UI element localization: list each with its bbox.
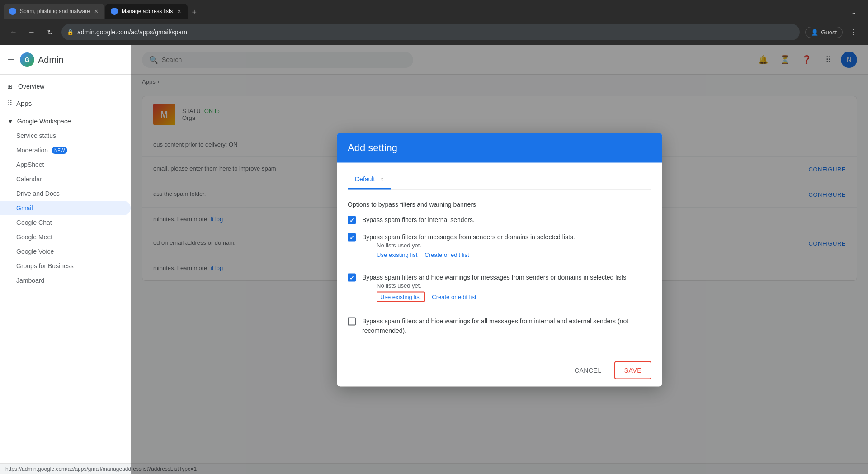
modal-body: Default × Options to bypass filters and … xyxy=(337,163,662,354)
checkbox-4[interactable] xyxy=(348,318,357,327)
checkbox-row-1: ✓ Bypass spam filters for internal sende… xyxy=(348,215,651,225)
checkbox-box-1[interactable]: ✓ xyxy=(348,216,356,224)
address-bar[interactable]: 🔒 admin.google.com/ac/apps/gmail/spam xyxy=(61,24,800,40)
sidebar-item-drive[interactable]: Drive and Docs xyxy=(0,186,131,201)
checkbox-label-1: Bypass spam filters for internal senders… xyxy=(362,215,651,225)
tab-label-spam: Spam, phishing and malware xyxy=(20,8,90,14)
check-icon-2: ✓ xyxy=(349,234,354,241)
checkbox-row-2: ✓ Bypass spam filters for messages from … xyxy=(348,232,651,265)
links-row-2: Use existing list Create or edit list xyxy=(377,292,651,302)
tab-favicon-manage xyxy=(111,8,118,15)
checkbox-box-4[interactable] xyxy=(348,318,356,326)
sidebar-item-calendar[interactable]: Calendar xyxy=(0,172,131,186)
check-icon-1: ✓ xyxy=(349,217,354,223)
sidebar-item-groups[interactable]: Groups for Business xyxy=(0,259,131,273)
tab-close-manage[interactable]: × xyxy=(176,7,182,16)
create-edit-list-link-2[interactable]: Create or edit list xyxy=(432,294,476,300)
overview-label: Overview xyxy=(18,83,44,90)
tab-favicon-spam xyxy=(9,8,16,15)
admin-logo-icon: G xyxy=(20,52,34,67)
sidebar-item-google-voice[interactable]: Google Voice xyxy=(0,244,131,259)
checkbox-1[interactable]: ✓ xyxy=(348,216,357,225)
no-lists-text-1: No lists used yet. xyxy=(377,242,651,249)
tab-manage[interactable]: Manage address lists × xyxy=(105,4,188,19)
sidebar-item-overview[interactable]: ⊞ Overview xyxy=(0,78,131,95)
drive-label: Drive and Docs xyxy=(16,190,60,197)
sidebar-item-apps[interactable]: ⠿ Apps xyxy=(0,95,131,112)
sidebar-item-appsheet[interactable]: AppSheet xyxy=(0,157,131,172)
apps-section: ▼ Google Workspace Service status: Moder… xyxy=(0,112,131,289)
sidebar-item-google-meet[interactable]: Google Meet xyxy=(0,230,131,244)
browser-more-button[interactable]: ⌄ xyxy=(846,5,861,19)
modal-tab-close[interactable]: × xyxy=(380,176,383,183)
apps-label: Apps xyxy=(16,100,32,107)
tab-label-manage: Manage address lists xyxy=(122,8,173,14)
new-tab-button[interactable]: + xyxy=(189,6,201,19)
hamburger-menu[interactable]: ☰ xyxy=(7,55,14,65)
reload-button[interactable]: ↻ xyxy=(43,26,56,38)
lock-icon: 🔒 xyxy=(67,29,74,35)
sidebar-item-service-status[interactable]: Service status: xyxy=(0,128,131,143)
modal-title: Add setting xyxy=(348,142,651,154)
google-workspace-label: Google Workspace xyxy=(17,118,71,125)
sidebar-nav: ⊞ Overview ⠿ Apps ▼ Google Workspace Ser… xyxy=(0,75,131,293)
add-setting-modal: Add setting Default × Options to bypass … xyxy=(337,133,662,387)
main-content: 🔍 🔔 ⏳ ❓ ⠿ N Apps › xyxy=(131,45,868,474)
sidebar-item-moderation[interactable]: Moderation NEW xyxy=(0,143,131,157)
use-existing-list-link-1[interactable]: Use existing list xyxy=(377,251,417,258)
guest-label: Guest xyxy=(821,29,837,36)
groups-label: Groups for Business xyxy=(16,262,74,270)
google-meet-label: Google Meet xyxy=(16,233,52,241)
checkbox-row-3: ✓ Bypass spam filters and hide warnings … xyxy=(348,273,651,309)
use-existing-list-link-2[interactable]: Use existing list xyxy=(377,292,425,302)
modal-tab-label: Default xyxy=(355,175,375,183)
chevron-down-icon: ▼ xyxy=(7,118,14,125)
jamboard-label: Jamboard xyxy=(16,277,44,284)
address-text: admin.google.com/ac/apps/gmail/spam xyxy=(77,28,794,36)
checkbox-label-4: Bypass spam filters and hide warnings fo… xyxy=(362,317,651,336)
checkbox-3-content: Bypass spam filters and hide warnings fo… xyxy=(362,273,651,309)
sidebar-item-jamboard[interactable]: Jamboard xyxy=(0,273,131,288)
sidebar-header: ☰ G Admin xyxy=(0,45,131,75)
sidebar-item-google-chat[interactable]: Google Chat xyxy=(0,215,131,230)
guest-button[interactable]: 👤 Guest xyxy=(805,27,843,38)
modal-section-heading: Options to bypass filters and warning ba… xyxy=(348,201,651,208)
checkbox-2-content: Bypass spam filters for messages from se… xyxy=(362,232,651,265)
tab-close-spam[interactable]: × xyxy=(94,7,99,16)
modal-footer: CANCEL SAVE xyxy=(337,354,662,387)
checkbox-box-2[interactable]: ✓ xyxy=(348,233,356,242)
moderation-badge: NEW xyxy=(52,147,67,154)
check-icon-3: ✓ xyxy=(349,274,354,281)
checkbox-label-3: Bypass spam filters and hide warnings fo… xyxy=(362,274,628,281)
modal-tab-default[interactable]: Default × xyxy=(348,170,391,190)
sidebar-item-gmail[interactable]: Gmail xyxy=(0,201,131,215)
overview-icon: ⊞ xyxy=(7,83,13,90)
browser-menu-button[interactable]: ⋮ xyxy=(846,25,861,39)
sidebar-item-google-workspace[interactable]: ▼ Google Workspace xyxy=(0,114,131,128)
appsheet-label: AppSheet xyxy=(16,161,44,168)
google-voice-label: Google Voice xyxy=(16,248,54,255)
admin-logo-text: Admin xyxy=(38,55,64,65)
checkbox-3-sub: No lists used yet. Use existing list Cre… xyxy=(377,282,651,302)
gmail-label: Gmail xyxy=(16,204,33,212)
checkbox-2-sub: No lists used yet. Use existing list Cre… xyxy=(377,242,651,258)
checkbox-label-2: Bypass spam filters for messages from se… xyxy=(362,233,575,241)
tab-spam[interactable]: Spam, phishing and malware × xyxy=(4,4,104,19)
create-edit-list-link-1[interactable]: Create or edit list xyxy=(425,251,469,258)
checkbox-2[interactable]: ✓ xyxy=(348,233,357,242)
browser-chrome: Spam, phishing and malware × Manage addr… xyxy=(0,0,868,45)
cancel-button[interactable]: CANCEL xyxy=(566,362,611,379)
checkbox-3[interactable]: ✓ xyxy=(348,274,357,283)
guest-icon: 👤 xyxy=(811,29,818,36)
checkbox-box-3[interactable]: ✓ xyxy=(348,274,356,282)
save-button[interactable]: SAVE xyxy=(614,361,651,379)
sidebar: ☰ G Admin ⊞ Overview ⠿ Apps ▼ Google Wor… xyxy=(0,45,131,474)
no-lists-text-2: No lists used yet. xyxy=(377,282,651,289)
modal-header: Add setting xyxy=(337,133,662,163)
forward-button[interactable]: → xyxy=(25,26,38,38)
admin-logo: G Admin xyxy=(20,52,64,67)
checkbox-row-4: Bypass spam filters and hide warnings fo… xyxy=(348,317,651,336)
back-button[interactable]: ← xyxy=(7,26,20,38)
browser-actions: 👤 Guest ⋮ xyxy=(805,25,861,39)
links-row-1: Use existing list Create or edit list xyxy=(377,251,651,258)
